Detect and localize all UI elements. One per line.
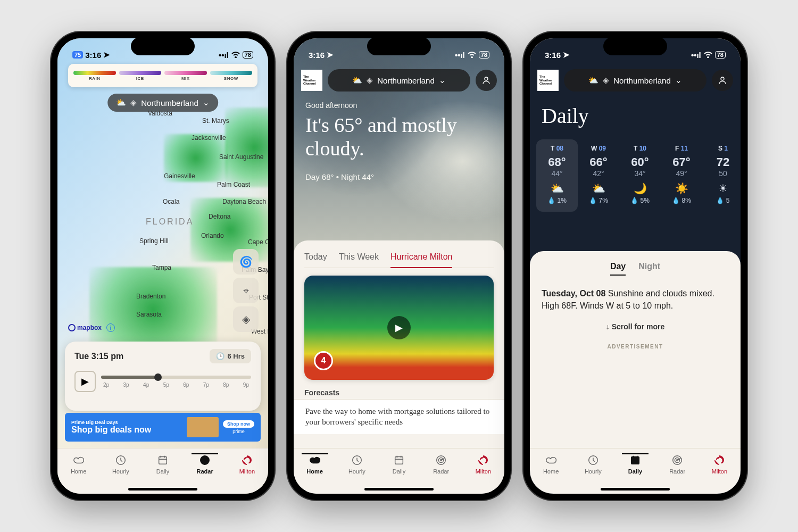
tab-day[interactable]: Day xyxy=(610,262,626,276)
tab-milton[interactable]: Milton xyxy=(230,454,264,475)
profile-button[interactable] xyxy=(712,70,733,91)
brand-logo[interactable]: TheWeatherChannel xyxy=(537,70,559,91)
day-column[interactable]: T 08 68°44° ⛅💧 1% xyxy=(536,139,578,212)
ad-banner[interactable]: Prime Big Deal Days Shop big deals now S… xyxy=(65,413,261,442)
day-column[interactable]: T 10 60°34° 🌙💧 5% xyxy=(619,139,661,212)
milton-icon xyxy=(713,454,726,467)
tick-label: 6p xyxy=(183,382,189,388)
hurricane-layer-button[interactable]: 🌀 xyxy=(233,249,259,275)
play-button[interactable]: ▶ xyxy=(74,371,96,392)
tab-home[interactable]: Home xyxy=(534,454,568,475)
radar-legend: RAINICEMIXSNOW xyxy=(68,64,257,87)
home-indicator[interactable] xyxy=(128,488,197,491)
svg-point-11 xyxy=(721,77,724,80)
radar-icon xyxy=(435,454,447,467)
dynamic-island xyxy=(603,37,667,55)
brand-logo[interactable]: TheWeatherChannel xyxy=(301,70,322,91)
tab-radar[interactable]: Radar xyxy=(660,454,694,475)
route-badge: 75 xyxy=(72,51,83,59)
sponsored-promo[interactable]: Pave the way to home with mortgage solut… xyxy=(294,399,504,434)
location-arrow-icon: ◈ xyxy=(367,76,373,85)
location-selector[interactable]: ⛅ ◈ Northumberland ⌄ xyxy=(564,69,706,92)
location-name: Northumberland xyxy=(141,98,198,107)
profile-button[interactable] xyxy=(476,70,497,91)
city-label: Ocala xyxy=(163,198,179,205)
tab-label: Radar xyxy=(669,468,685,475)
tab-radar[interactable]: Radar xyxy=(424,454,458,475)
tab-daily[interactable]: Daily xyxy=(146,454,180,475)
tab-label: Home xyxy=(306,468,323,475)
city-label: Sarasota xyxy=(136,311,162,318)
tick-label: 9p xyxy=(243,382,249,388)
cloud-sun-icon: ⛅ xyxy=(352,76,362,85)
daily-icon xyxy=(156,454,169,467)
wifi-icon xyxy=(231,51,240,60)
tab-daily[interactable]: Daily xyxy=(382,454,416,475)
tab-night[interactable]: Night xyxy=(638,262,660,276)
city-label: Tampa xyxy=(152,264,171,271)
timeline-slider[interactable]: 2p3p4p5p6p7p8p9p xyxy=(101,376,251,388)
map-layers-button[interactable]: ◈ xyxy=(233,306,259,332)
hourly-icon xyxy=(114,454,127,467)
status-time: 3:16 xyxy=(309,51,325,60)
tab-label: Radar xyxy=(433,468,449,475)
milton-icon xyxy=(240,454,253,467)
tab-label: Hourly xyxy=(112,468,129,475)
clock-icon: 🕒 xyxy=(216,352,225,360)
legend-item-ice: ICE xyxy=(119,71,162,81)
tab-hourly[interactable]: Hourly xyxy=(576,454,610,475)
wifi-icon xyxy=(468,51,476,60)
timeline-range-button[interactable]: 🕒 6 Hrs xyxy=(210,349,251,363)
tab-label: Milton xyxy=(239,468,255,475)
location-services-icon: ➤ xyxy=(563,50,570,60)
location-arrow-icon: ◈ xyxy=(130,98,137,107)
legend-item-snow: SNOW xyxy=(210,71,253,81)
mapbox-attribution[interactable]: mapbox i xyxy=(68,323,115,332)
radar-icon xyxy=(198,454,211,467)
forecast-summary: Tuesday, Oct 08 Sunshine and clouds mixe… xyxy=(542,287,729,312)
tab-home[interactable]: Home xyxy=(298,454,332,475)
phone-radar: ValdostaSt. MarysJacksonvilleSaint Augus… xyxy=(51,32,275,500)
ad-brand: prime xyxy=(223,429,254,434)
tab-home[interactable]: Home xyxy=(62,454,96,475)
day-column[interactable]: W 09 66°42° ⛅💧 7% xyxy=(578,139,619,212)
tab-milton[interactable]: Milton xyxy=(466,454,500,475)
tab-daily[interactable]: Daily xyxy=(618,454,652,475)
location-selector[interactable]: ⛅ ◈ Northumberland ⌄ xyxy=(107,94,218,112)
daily-icon xyxy=(629,454,642,467)
day-selector-strip[interactable]: T 08 68°44° ⛅💧 1%W 09 66°42° ⛅💧 7%T 10 6… xyxy=(536,139,741,212)
tab-label: Hourly xyxy=(348,468,365,475)
location-selector[interactable]: ⛅ ◈ Northumberland ⌄ xyxy=(328,69,470,92)
day-night-temps: Day 68° • Night 44° xyxy=(305,172,374,181)
content-tab[interactable]: Hurricane Milton xyxy=(390,250,452,268)
home-indicator[interactable] xyxy=(601,488,670,491)
day-night-tabs: Day Night xyxy=(542,262,729,276)
location-services-icon: ➤ xyxy=(327,50,334,60)
radar-icon xyxy=(671,454,684,467)
locate-me-button[interactable]: ⌖ xyxy=(233,278,259,303)
city-label: Orlando xyxy=(201,232,224,239)
day-column[interactable]: S 1 7250 ☀💧 5 xyxy=(702,139,741,212)
tab-milton[interactable]: Milton xyxy=(702,454,736,475)
content-tab[interactable]: This Week xyxy=(339,250,379,268)
scroll-for-more[interactable]: ↓ Scroll for more xyxy=(542,322,729,331)
status-time: 3:16 xyxy=(85,51,101,60)
location-name: Northumberland xyxy=(377,76,435,85)
content-tab[interactable]: Today xyxy=(304,250,327,268)
city-label: St. Marys xyxy=(202,117,229,124)
city-label: Deltona xyxy=(209,213,230,220)
home-indicator[interactable] xyxy=(364,488,434,491)
weather-headline: It's 65° and mostly cloudy. xyxy=(305,114,493,160)
tick-label: 7p xyxy=(203,382,209,388)
arrow-down-icon: ↓ xyxy=(606,322,610,331)
day-column[interactable]: F 11 67°49° ☀️💧 8% xyxy=(661,139,702,212)
tab-radar[interactable]: Radar xyxy=(188,454,222,475)
hourly-icon xyxy=(351,454,363,467)
battery-icon: 78 xyxy=(715,51,726,59)
tab-hourly[interactable]: Hourly xyxy=(340,454,374,475)
hurricane-video-card[interactable]: ▶ 4 xyxy=(304,276,494,380)
tab-hourly[interactable]: Hourly xyxy=(104,454,138,475)
home-icon xyxy=(309,454,321,467)
greeting-text: Good afternoon xyxy=(305,101,357,110)
tick-label: 2p xyxy=(103,382,109,388)
